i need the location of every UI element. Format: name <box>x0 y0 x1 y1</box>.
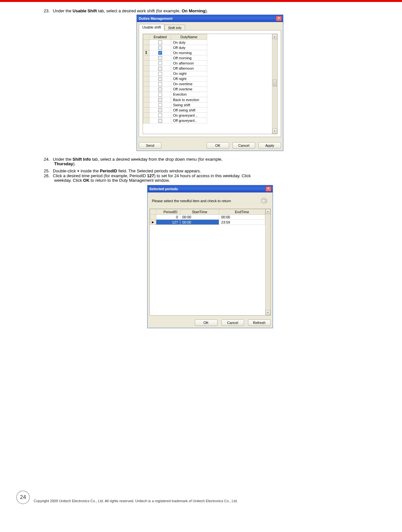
enabled-cell[interactable] <box>149 118 171 123</box>
scroll-down-icon[interactable]: ▾ <box>272 129 277 134</box>
table-row[interactable]: Off afternoon <box>143 66 207 71</box>
checkbox[interactable] <box>158 67 162 71</box>
dutyname-cell[interactable]: Back to evection <box>171 97 207 102</box>
table-row[interactable]: Evection <box>143 92 207 97</box>
dutyname-cell[interactable]: On graveyard .. <box>171 113 207 118</box>
dutyname-cell[interactable]: Off afternoon <box>171 66 207 71</box>
table-row[interactable]: On night <box>143 71 207 76</box>
col-periodid[interactable]: PeriodID <box>156 209 180 215</box>
checkbox[interactable]: ✓ <box>158 51 162 55</box>
enabled-cell[interactable] <box>149 87 171 92</box>
table-row[interactable]: On afternoon <box>143 61 207 66</box>
checkbox[interactable] <box>158 77 162 81</box>
table-row[interactable]: On graveyard .. <box>143 113 207 118</box>
col-dutyname[interactable]: DutyName <box>171 34 207 40</box>
checkbox[interactable] <box>158 103 162 107</box>
tab-usable-shift[interactable]: Usable shift <box>139 24 164 30</box>
enabled-cell[interactable] <box>149 97 171 102</box>
enabled-cell[interactable] <box>149 81 171 87</box>
table-row[interactable]: I✓On morning <box>143 50 207 55</box>
periodid-cell[interactable]: 127 <box>156 220 180 225</box>
table-row[interactable]: Swing shift <box>143 102 207 108</box>
titlebar[interactable]: Selected periods × <box>148 185 273 192</box>
enabled-cell[interactable] <box>149 71 171 76</box>
table-row[interactable]: On duty <box>143 40 207 45</box>
dutyname-cell[interactable]: Off morning <box>171 55 207 61</box>
enabled-cell[interactable] <box>149 45 171 50</box>
enabled-cell[interactable] <box>149 108 171 113</box>
scroll-down-icon[interactable]: ▾ <box>266 310 270 315</box>
table-row[interactable]: Back to evection <box>143 97 207 102</box>
close-icon[interactable]: × <box>266 186 271 191</box>
enabled-cell[interactable] <box>149 66 171 71</box>
close-icon[interactable]: × <box>276 16 282 21</box>
refresh-button[interactable]: Refresh <box>248 319 271 326</box>
table-row[interactable]: Off night <box>143 76 207 81</box>
scroll-up-icon[interactable]: ▴ <box>266 209 270 214</box>
apply-button[interactable]: Apply <box>258 142 281 149</box>
checkbox[interactable] <box>158 98 162 102</box>
checkbox[interactable] <box>158 82 162 86</box>
checkbox[interactable] <box>158 61 162 65</box>
tab-shift-info[interactable]: Shift Info <box>164 25 185 30</box>
ok-button[interactable]: OK <box>207 142 229 149</box>
dutyname-cell[interactable]: On morning <box>171 50 207 55</box>
dutyname-cell[interactable]: Off duty <box>171 45 207 50</box>
dutyname-cell[interactable]: On overtime <box>171 81 207 87</box>
dutyname-cell[interactable]: On duty <box>171 40 207 45</box>
checkbox[interactable] <box>158 87 162 91</box>
scroll-thumb[interactable] <box>273 79 277 87</box>
cancel-button[interactable]: Cancel <box>232 142 255 149</box>
table-row[interactable]: ▶12700:0023:59 <box>150 220 265 225</box>
checkbox[interactable] <box>158 93 162 97</box>
scrollbar[interactable]: ▴ ▾ <box>272 34 277 134</box>
periodid-cell[interactable]: 0 <box>156 215 180 220</box>
endtime-cell[interactable]: 00:00 <box>219 215 265 220</box>
checkbox[interactable] <box>158 56 162 60</box>
checkbox[interactable] <box>158 72 162 76</box>
dutyname-cell[interactable]: Off overtime <box>171 87 207 92</box>
dutyname-cell[interactable]: Off swing shift <box>171 108 207 113</box>
table-row[interactable]: Off graveyard.. <box>143 118 207 123</box>
enabled-cell[interactable] <box>149 113 171 118</box>
dutyname-cell[interactable]: Evection <box>171 92 207 97</box>
col-starttime[interactable]: StartTime <box>180 209 219 215</box>
endtime-cell[interactable]: 23:59 <box>219 220 265 225</box>
enabled-cell[interactable] <box>149 61 171 66</box>
checkbox[interactable] <box>158 46 162 50</box>
step-number: 24. <box>44 157 50 162</box>
row-indicator <box>143 81 149 87</box>
titlebar[interactable]: Duties Management × <box>137 15 283 22</box>
checkbox[interactable] <box>158 113 162 117</box>
enabled-cell[interactable] <box>149 102 171 108</box>
starttime-cell[interactable]: 00:00 <box>180 220 219 225</box>
table-row[interactable]: On overtime <box>143 81 207 87</box>
scrollbar[interactable]: ▴ ▾ <box>265 209 270 315</box>
checkbox[interactable] <box>158 108 162 112</box>
enabled-cell[interactable]: ✓ <box>149 50 171 55</box>
scroll-up-icon[interactable]: ▴ <box>272 34 277 39</box>
dutyname-cell[interactable]: Off night <box>171 76 207 81</box>
send-button[interactable]: Send <box>139 142 161 149</box>
table-row[interactable]: Off overtime <box>143 87 207 92</box>
table-row[interactable]: Off swing shift <box>143 108 207 113</box>
enabled-cell[interactable] <box>149 55 171 61</box>
enabled-cell[interactable] <box>149 40 171 45</box>
ok-button[interactable]: OK <box>195 319 218 326</box>
page-number: 24 <box>16 491 30 504</box>
col-endtime[interactable]: EndTime <box>219 209 265 215</box>
starttime-cell[interactable]: 00:00 <box>180 215 219 220</box>
cancel-button[interactable]: Cancel <box>221 319 244 326</box>
checkbox[interactable] <box>158 119 162 123</box>
dutyname-cell[interactable]: Swing shift <box>171 102 207 108</box>
dutyname-cell[interactable]: Off graveyard.. <box>171 118 207 123</box>
enabled-cell[interactable] <box>149 92 171 97</box>
table-row[interactable]: Off morning <box>143 55 207 61</box>
table-row[interactable]: Off duty <box>143 45 207 50</box>
enabled-cell[interactable] <box>149 76 171 81</box>
checkbox[interactable] <box>158 40 162 44</box>
dutyname-cell[interactable]: On afternoon <box>171 61 207 66</box>
col-enabled[interactable]: Enabled <box>149 34 171 40</box>
dutyname-cell[interactable]: On night <box>171 71 207 76</box>
table-row[interactable]: 000:0000:00 <box>150 215 265 220</box>
